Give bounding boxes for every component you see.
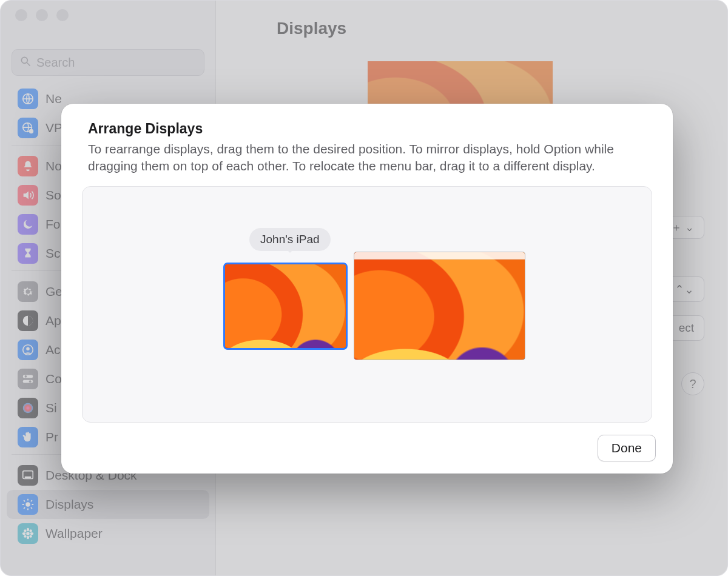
done-button-label: Done <box>612 441 642 455</box>
arrange-area[interactable]: John's iPad <box>82 186 652 423</box>
display-tile-ipad[interactable] <box>225 264 346 348</box>
wallpaper-preview <box>354 252 525 360</box>
display-tooltip: John's iPad <box>249 228 331 251</box>
display-tooltip-label: John's iPad <box>260 233 320 246</box>
arrange-displays-modal: Arrange Displays To rearrange displays, … <box>61 104 673 474</box>
modal-description: To rearrange displays, drag them to the … <box>88 141 646 175</box>
wallpaper-preview <box>225 264 346 348</box>
menubar-indicator[interactable] <box>354 252 525 260</box>
modal-title: Arrange Displays <box>88 121 652 137</box>
system-settings-window: Search NeVPNoSoFoScGeApAcCoSiPrDesktop &… <box>0 0 728 576</box>
done-button[interactable]: Done <box>598 435 656 461</box>
display-tile-main[interactable] <box>354 252 525 360</box>
